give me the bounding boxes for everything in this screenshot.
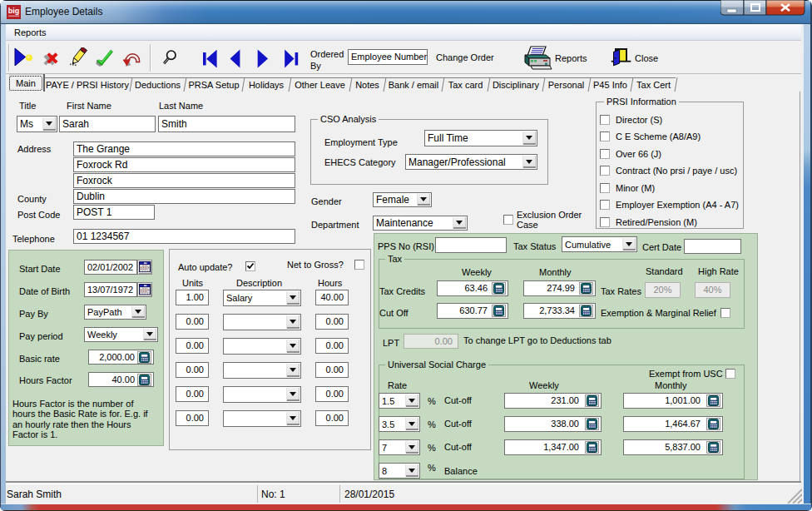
svg-text:big: big [8,7,20,15]
